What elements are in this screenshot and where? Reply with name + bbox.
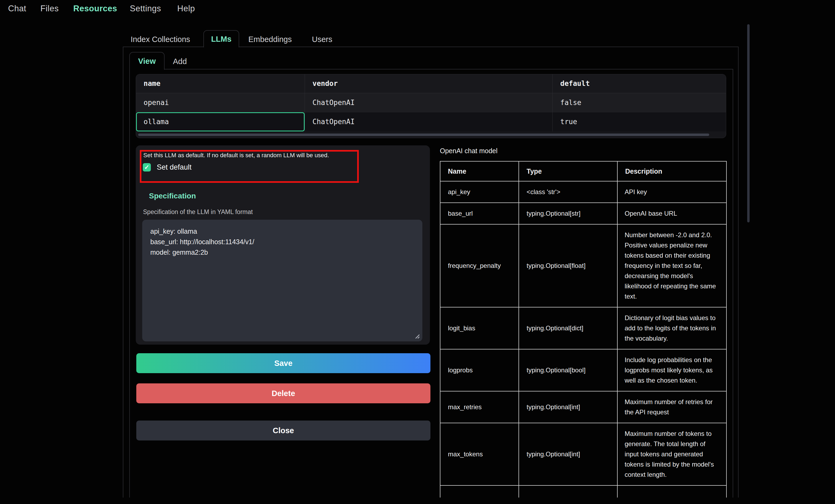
model-name-cell: logprobs (440, 349, 519, 391)
table-cell[interactable]: ChatOpenAI (305, 93, 552, 112)
model-type-cell: <class 'str'> (519, 181, 617, 203)
llm-table: name vendor default openaiChatOpenAIfals… (136, 74, 726, 138)
model-table-header-row: Name Type Description (440, 161, 727, 181)
model-description-cell: Dictionary of logit bias values to add t… (617, 307, 727, 349)
model-name-cell: max_tokens (440, 423, 519, 485)
model-type-cell: typing.Optional[int] (519, 423, 617, 485)
model-description-cell: OpenAI base URL (617, 203, 727, 224)
model-description-cell: Include log probabilities on the logprob… (617, 349, 727, 391)
specification-heading: Specification (149, 192, 196, 200)
model-table-body: api_key<class 'str'>API keybase_urltypin… (440, 181, 727, 498)
model-column-type: Type (519, 161, 617, 181)
model-name-cell: max_retries (440, 391, 519, 423)
model-table-row: max_retriestyping.Optional[int]Maximum n… (440, 391, 727, 423)
model-description-cell: Maximum number of retries for the API re… (617, 391, 727, 423)
specification-description: Specification of the LLM in YAML format (143, 208, 253, 216)
model-table-row-partial (440, 485, 727, 498)
set-default-label: Set default (157, 163, 191, 171)
model-type-cell: typing.Optional[str] (519, 203, 617, 224)
specification-yaml-input[interactable]: api_key: ollama base_url: http://localho… (142, 220, 422, 341)
table-cell[interactable]: true (552, 112, 726, 131)
tab-llms[interactable]: LLMs (203, 30, 239, 47)
model-table-row: logprobstyping.Optional[bool]Include log… (440, 349, 727, 391)
model-type-cell: typing.Optional[int] (519, 391, 617, 423)
llm-table-rows: openaiChatOpenAIfalseollamaChatOpenAItru… (136, 93, 726, 131)
model-table-row: frequency_penaltytyping.Optional[float]N… (440, 224, 727, 307)
model-type-cell: typing.Optional[float] (519, 224, 617, 307)
model-name-cell: logit_bias (440, 307, 519, 349)
table-cell[interactable]: ChatOpenAI (305, 112, 552, 131)
model-table-row: logit_biastyping.Optional[dict]Dictionar… (440, 307, 727, 349)
model-column-name: Name (440, 161, 519, 181)
model-description-cell: Number between -2.0 and 2.0. Positive va… (617, 224, 727, 307)
tab-users[interactable]: Users (312, 35, 332, 44)
nav-item-settings[interactable]: Settings (130, 4, 161, 14)
tab-index-collections[interactable]: Index Collections (130, 35, 190, 44)
model-description-cell: API key (617, 181, 727, 203)
app-window: Chat Files Resources Settings Help Index… (0, 0, 835, 504)
model-column-description: Description (617, 161, 727, 181)
set-default-checkbox[interactable]: ✓ (143, 163, 151, 171)
nav-item-resources[interactable]: Resources (73, 4, 117, 14)
model-type-cell: typing.Optional[dict] (519, 307, 617, 349)
table-row[interactable]: openaiChatOpenAIfalse (136, 93, 726, 112)
llm-detail-card: Set this LLM as default. If no default i… (136, 145, 430, 344)
table-cell[interactable]: openai (136, 93, 305, 112)
subtab-add[interactable]: Add (173, 57, 187, 66)
tab-embeddings[interactable]: Embeddings (248, 35, 292, 44)
model-info-section: OpenAI chat model Name Type Description … (440, 145, 739, 498)
model-table-row: api_key<class 'str'>API key (440, 181, 727, 203)
model-table-row: max_tokenstyping.Optional[int]Maximum nu… (440, 423, 727, 485)
llm-table-header: name vendor default (136, 74, 726, 93)
nav-item-help[interactable]: Help (177, 4, 195, 14)
table-row[interactable]: ollamaChatOpenAItrue (136, 112, 726, 131)
nav-item-chat[interactable]: Chat (8, 4, 26, 14)
horizontal-scrollbar-thumb[interactable] (138, 133, 709, 136)
subtab-view-label: View (138, 57, 156, 66)
resize-handle-icon[interactable] (413, 332, 420, 339)
table-cell[interactable]: ollama (136, 112, 305, 131)
close-button[interactable]: Close (136, 421, 430, 440)
model-name-cell: base_url (440, 203, 519, 224)
tab-llms-label: LLMs (211, 35, 232, 44)
llm-column-vendor: vendor (305, 74, 552, 93)
nav-item-files[interactable]: Files (40, 4, 59, 14)
subtab-view[interactable]: View (129, 52, 165, 70)
save-button[interactable]: Save (136, 353, 430, 373)
check-icon: ✓ (144, 164, 149, 170)
model-info-table: Name Type Description api_key<class 'str… (440, 161, 727, 498)
table-cell[interactable]: false (552, 93, 726, 112)
vertical-scrollbar-thumb[interactable] (747, 24, 750, 223)
llm-column-name: name (136, 74, 305, 93)
model-name-cell: api_key (440, 181, 519, 203)
model-name-cell: frequency_penalty (440, 224, 519, 307)
set-default-help-text: Set this LLM as default. If no default i… (143, 152, 329, 159)
model-description-cell: Maximum number of tokens to generate. Th… (617, 423, 727, 485)
model-type-cell: typing.Optional[bool] (519, 349, 617, 391)
delete-button[interactable]: Delete (136, 383, 430, 403)
set-default-row: ✓ Set default (143, 163, 191, 171)
model-table-row: base_urltyping.Optional[str]OpenAI base … (440, 203, 727, 224)
llm-column-default: default (552, 74, 726, 93)
model-info-title: OpenAI chat model (440, 147, 497, 155)
